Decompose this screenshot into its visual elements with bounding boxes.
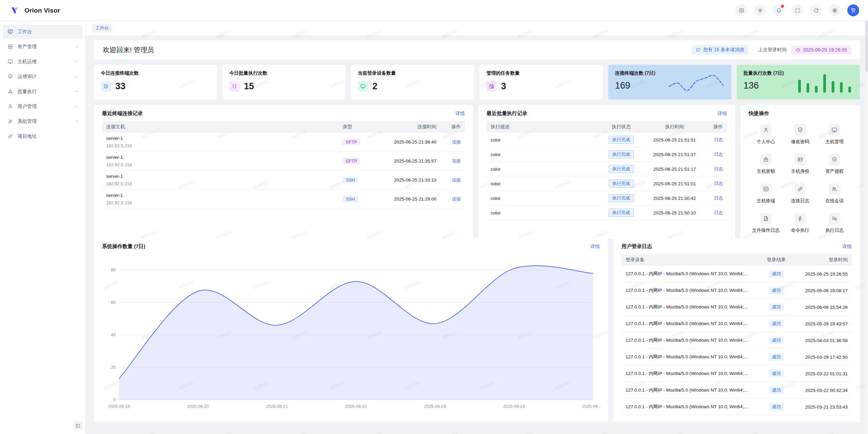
- connect-link[interactable]: 连接: [452, 158, 461, 164]
- theme-button[interactable]: [754, 4, 766, 16]
- quick-op-monitor[interactable]: 主机管理: [817, 124, 852, 145]
- table-row: color执行完成2025-06-25 21:51:17日志: [487, 162, 727, 176]
- device-cell: 127.0.0.1 - 内网IP - Mozilla/5.0 (Windows …: [622, 299, 760, 316]
- terminal-detail-link[interactable]: 详情: [455, 111, 465, 117]
- log-link[interactable]: 日志: [714, 195, 723, 201]
- welcome-banner: 欢迎回来! 管理员 您有 15 条未读消息 上次登录时间 2025-06-25 …: [94, 40, 860, 59]
- sidebar-item-label: 项目地址: [18, 133, 79, 139]
- divider: [753, 47, 753, 53]
- sidebar-item-user[interactable]: 用户管理: [3, 99, 83, 113]
- quick-op-lock[interactable]: 主机密钥: [749, 154, 783, 174]
- sidebar-item-link[interactable]: 项目地址: [3, 129, 83, 143]
- quick-op-id-card[interactable]: 主机身份: [783, 154, 817, 174]
- login-log-detail-link[interactable]: 详情: [842, 244, 852, 250]
- table-row: color执行完成2025-06-25 21:51:01日志: [487, 176, 727, 191]
- quick-op-link[interactable]: 连接日志: [783, 183, 817, 204]
- terminal-records-table: 连接主机类型连接时间操作server-1182.92.5.218SFTP2025…: [102, 121, 465, 209]
- breadcrumb[interactable]: 工作台: [92, 24, 113, 33]
- notifications-button[interactable]: [773, 4, 785, 16]
- ops-chart-detail-link[interactable]: 详情: [590, 244, 600, 250]
- host-cell: server-1182.92.5.218: [102, 190, 339, 209]
- sidebar-item-monitor[interactable]: 主机运维: [3, 55, 83, 69]
- log-link[interactable]: 日志: [714, 152, 723, 157]
- quick-op-label: 主机终端: [757, 198, 775, 204]
- app-logo[interactable]: Orion Visor: [10, 5, 60, 16]
- top-header: Orion Visor 管: [0, 0, 868, 21]
- lock-icon: [760, 154, 772, 165]
- time-cell: 2025-03-22 01:01:31: [792, 365, 852, 382]
- exec-status-badge: 执行完成: [609, 209, 634, 217]
- protocol-badge: SSH: [343, 177, 358, 183]
- log-link[interactable]: 日志: [714, 181, 723, 186]
- quick-op-users[interactable]: 在线会话: [817, 183, 852, 204]
- device-cell: 127.0.0.1 - 内网IP - Mozilla/5.0 (Windows …: [622, 349, 760, 365]
- svg-text:2025-06-23: 2025-06-23: [424, 404, 446, 409]
- quick-op-search-list[interactable]: 执行日志: [817, 213, 852, 233]
- connect-link[interactable]: 连接: [452, 139, 461, 145]
- time-cell: 2025-03-21 23:53:43: [792, 399, 852, 415]
- col-header: 登录设备: [622, 254, 760, 266]
- chevron-down-icon: [74, 44, 79, 49]
- quick-op-code-square[interactable]: 主机终端: [749, 183, 783, 204]
- table-row: 127.0.0.1 - 内网IP - Mozilla/5.0 (Windows …: [622, 299, 852, 316]
- wrench-icon: [7, 118, 13, 124]
- quick-op-file-text[interactable]: 文件操作日志: [749, 213, 783, 233]
- sidebar-item-label: 批量执行: [18, 89, 74, 95]
- settings-button[interactable]: [829, 4, 841, 16]
- col-header: 登录结果: [760, 254, 792, 266]
- stat-card: 今日批量执行次数15: [222, 65, 346, 99]
- quick-op-label: 个人中心: [757, 139, 775, 145]
- unread-messages-badge[interactable]: 您有 15 条未读消息: [692, 45, 748, 55]
- sidebar-item-wrench[interactable]: 系统管理: [3, 114, 83, 128]
- table-row: 127.0.0.1 - 内网IP - Mozilla/5.0 (Windows …: [622, 349, 852, 365]
- quick-op-user[interactable]: 个人中心: [749, 124, 783, 145]
- connect-link[interactable]: 连接: [452, 196, 461, 202]
- last-login-time: 2025-06-25 19:26:55: [803, 47, 847, 53]
- quick-op-shield-check[interactable]: 修改密码: [783, 124, 817, 145]
- sidebar-collapse-icon[interactable]: [73, 421, 83, 431]
- message-icon: [696, 48, 701, 53]
- device-cell: 127.0.0.1 - 内网IP - Mozilla/5.0 (Windows …: [622, 316, 760, 332]
- table-row: server-1182.92.5.218SSH2025-06-25 21:33:…: [102, 171, 465, 190]
- quick-op-shield-check[interactable]: 资产授权: [817, 154, 852, 174]
- protocol-badge: SFTP: [343, 158, 360, 164]
- user-icon: [7, 103, 13, 109]
- sidebar-item-shield-check[interactable]: 运维审计: [3, 70, 83, 83]
- time-cell: 2025-06-25 19:26:55: [792, 266, 852, 282]
- stat-label: 管理的任务数量: [486, 70, 596, 76]
- svg-text:40: 40: [111, 333, 116, 337]
- table-row: server-1182.92.5.218SFTP2025-06-25 21:35…: [102, 152, 465, 171]
- exec-detail-link[interactable]: 详情: [717, 111, 727, 117]
- col-header: 操作: [440, 121, 465, 133]
- quick-op-bolt[interactable]: 命令执行: [783, 213, 817, 233]
- scrollbar[interactable]: [865, 0, 868, 434]
- sidebar-item-workbench[interactable]: 工作台: [3, 25, 83, 39]
- desc-cell: color: [487, 206, 599, 220]
- svg-text:2025-06-19: 2025-06-19: [108, 404, 130, 409]
- table-row: color执行完成2025-06-25 21:50:42日志: [487, 191, 727, 206]
- device-cell: 127.0.0.1 - 内网IP - Mozilla/5.0 (Windows …: [622, 399, 760, 415]
- stat-label: 今日连接终端次数: [101, 70, 210, 76]
- log-link[interactable]: 日志: [714, 166, 723, 171]
- code-button[interactable]: [735, 4, 747, 16]
- log-link[interactable]: 日志: [714, 210, 723, 215]
- time-cell: 2025-06-25 21:33:13: [376, 171, 440, 190]
- time-cell: 2025-03-29 17:42:50: [792, 349, 852, 365]
- users-icon: [829, 183, 840, 195]
- time-cell: 2025-03-22 00:42:34: [792, 382, 852, 399]
- workbench-icon: [7, 29, 13, 35]
- type-cell: SFTP: [339, 133, 376, 152]
- connect-link[interactable]: 连接: [452, 177, 461, 183]
- svg-text:20: 20: [111, 365, 116, 370]
- shield-check-icon: [794, 124, 806, 136]
- login-result-badge: 成功: [769, 337, 784, 344]
- user-avatar[interactable]: 管: [847, 4, 859, 16]
- log-link[interactable]: 日志: [714, 137, 723, 142]
- fullscreen-button[interactable]: [791, 4, 803, 16]
- quick-op-label: 修改密码: [791, 139, 809, 145]
- sidebar-item-cluster[interactable]: 批量执行: [3, 84, 83, 98]
- refresh-button[interactable]: [810, 4, 822, 16]
- code-square-icon: [739, 8, 744, 13]
- svg-text:2025-06-22: 2025-06-22: [345, 404, 367, 409]
- sidebar-item-assets[interactable]: 资产管理: [3, 40, 83, 54]
